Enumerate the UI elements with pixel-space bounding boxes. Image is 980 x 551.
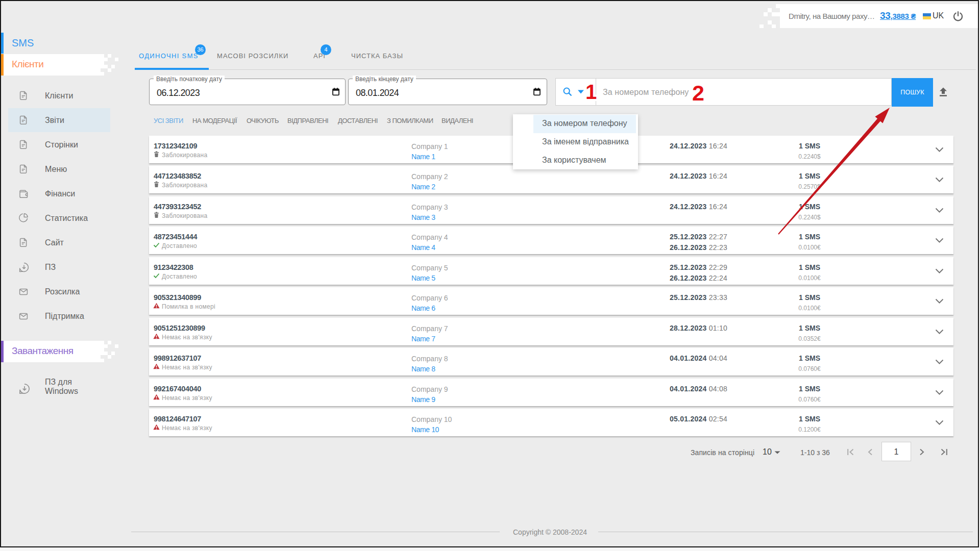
svg-text:1: 1 xyxy=(585,81,597,103)
svg-text:2: 2 xyxy=(692,81,704,105)
